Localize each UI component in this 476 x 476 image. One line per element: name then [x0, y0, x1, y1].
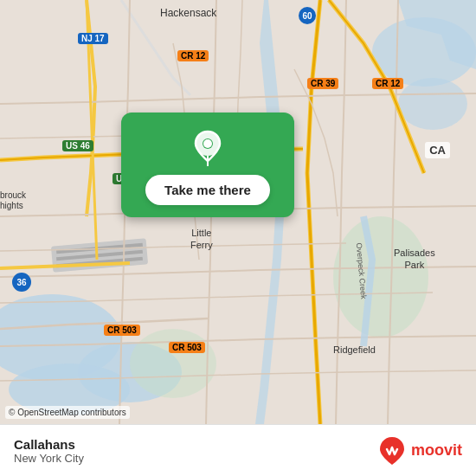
- popup-card: Take me there: [121, 113, 294, 217]
- cr12a-badge: CR 12: [177, 50, 209, 61]
- ridgefield-label: Ridgefield: [333, 344, 376, 355]
- bottom-bar: Callahans New York City moovit: [0, 424, 476, 476]
- hackensack-label: Hackensack: [160, 7, 216, 19]
- cr503b-badge: CR 503: [169, 342, 205, 353]
- palisades-park-label: PalisadesPark: [394, 247, 435, 272]
- cr503a-badge: CR 503: [104, 325, 140, 336]
- take-me-there-button[interactable]: Take me there: [145, 175, 270, 205]
- little-ferry-label: LittleFerry: [190, 227, 213, 252]
- moovit-logo[interactable]: moovit: [376, 435, 462, 466]
- svg-point-5: [398, 78, 467, 130]
- nj17-badge: NJ 17: [78, 33, 108, 44]
- ca-label: CA: [425, 142, 450, 158]
- rt36-badge: 36: [12, 273, 31, 292]
- brouck-heights-label: brouckhights: [0, 190, 26, 211]
- rt60-badge: 60: [299, 7, 316, 24]
- bottom-info: Callahans New York City: [14, 437, 84, 465]
- map-container: NJ 17 US 46 US 46 CR 12 CR 12 CR 39 CR 5…: [0, 0, 476, 424]
- cr39-badge: CR 39: [307, 78, 338, 89]
- place-location: New York City: [14, 452, 84, 465]
- attribution-text: © OpenStreetMap contributors: [5, 406, 130, 419]
- location-pin-icon: [189, 128, 227, 166]
- cr12b-badge: CR 12: [372, 78, 403, 89]
- us46a-badge: US 46: [62, 140, 93, 151]
- place-name: Callahans: [14, 437, 84, 452]
- svg-point-10: [333, 216, 428, 338]
- svg-point-11: [130, 329, 216, 398]
- moovit-pin-icon: [376, 435, 408, 466]
- moovit-wordmark: moovit: [411, 441, 462, 460]
- svg-point-14: [203, 139, 212, 148]
